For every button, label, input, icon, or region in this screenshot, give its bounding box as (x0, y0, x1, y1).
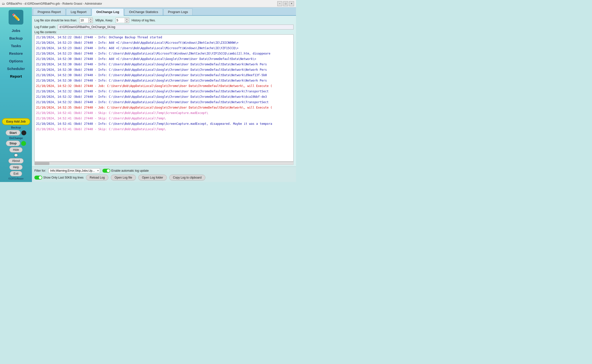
sidebar-bottom: Easy Add Job Backup Start OnChange Stop … (0, 118, 32, 182)
sidebar-item-options[interactable]: Options (0, 57, 32, 65)
log-line: 21/10/2024, 14:52:41 (Bob) 27440 - Skip:… (35, 126, 293, 132)
backup-label: Backup (11, 126, 21, 129)
title-bar-text: GRBackPro - d:\GRDown\GRBakPro.grb - Rob… (6, 2, 102, 5)
hide-button[interactable]: Hide (9, 147, 23, 153)
logo-icon: ✏️ (12, 13, 20, 21)
keep-arrows: ▲ ▼ (125, 18, 129, 23)
start-indicator (21, 130, 26, 135)
sidebar-item-jobs[interactable]: Jobs (0, 27, 32, 34)
history-label: History of log files. (132, 19, 156, 22)
keep-down[interactable]: ▼ (125, 20, 129, 23)
options-row: Log file size should be less than: ▲ ▼ M… (34, 18, 294, 23)
log-line: 21/10/2024, 14:52:23 (Bob) 27440 - Info:… (35, 40, 293, 45)
log-line: 21/10/2024, 14:52:41 (Bob) 27440 - Info:… (35, 121, 293, 126)
show-only-toggle[interactable] (34, 176, 42, 180)
stop-row: Stop (2, 140, 30, 146)
title-bar: 🗂 GRBackPro - d:\GRDown\GRBakPro.grb - R… (0, 0, 296, 7)
app-layout: ✏️ Jobs Backup Tasks Restore Options Sch… (0, 7, 296, 182)
enable-auto-toggle-row: Enable automatic log update (102, 169, 149, 173)
path-label: Log Folder path: (34, 25, 56, 29)
filter-select-wrapper[interactable]: Info;Warning;Error;Skip;Jobs;Up... (48, 168, 100, 173)
log-line: 21/10/2024, 14:52:32 (Bob) 27440 - Info:… (35, 94, 293, 99)
log-line: 21/10/2024, 14:52:30 (Bob) 27440 - Info:… (35, 78, 293, 83)
log-line: 21/10/2024, 14:52:41 (Bob) 27440 - Skip:… (35, 116, 293, 121)
main-content: Progress Report Log Report OnChange Log … (32, 7, 296, 182)
log-line: 21/10/2024, 14:52:30 (Bob) 27440 - Info:… (35, 62, 293, 67)
tab-program-logs[interactable]: Program Logs (163, 8, 193, 15)
open-log-folder-button[interactable]: Open Log folder (138, 175, 167, 181)
log-line: 21/10/2024, 14:52:32 (Bob) 27440 - Job: … (35, 83, 293, 89)
filter-select[interactable]: Info;Warning;Error;Skip;Jobs;Up... (48, 168, 100, 173)
stop-indicator (21, 141, 26, 146)
log-line: 21/10/2024, 14:52:30 (Bob) 27440 - Info:… (35, 56, 293, 62)
log-line: 21/10/2024, 14:52:32 (Bob) 27440 - Info:… (35, 99, 293, 105)
content-area: Log file size should be less than: ▲ ▼ M… (32, 16, 296, 167)
sidebar-item-restore[interactable]: Restore (0, 50, 32, 57)
easy-add-job-button[interactable]: Easy Add Job (2, 118, 30, 125)
tab-progress-report[interactable]: Progress Report (33, 8, 66, 15)
title-bar-controls: − □ × (277, 1, 294, 6)
title-bar-left: 🗂 GRBackPro - d:\GRDown\GRBakPro.grb - R… (2, 2, 102, 5)
file-size-up[interactable]: ▲ (89, 18, 93, 20)
minimize-button[interactable]: − (277, 1, 282, 6)
mbyte-label: MByte, Keep: (95, 19, 113, 22)
filter-label: Filter for: (34, 169, 46, 172)
log-line: 21/10/2024, 14:52:23 (Bob) 27440 - Info:… (35, 45, 293, 51)
start-row: Start (2, 130, 30, 136)
file-size-spinner[interactable]: ▲ ▼ (79, 18, 93, 23)
keep-spinner[interactable]: ▲ ▼ (116, 18, 129, 23)
path-row: Log Folder path: (34, 25, 294, 29)
keep-up[interactable]: ▲ (125, 18, 129, 20)
help-button[interactable]: Help (9, 165, 23, 170)
log-line: 21/10/2024, 14:52:35 (Bob) 27440 - Job: … (35, 105, 293, 110)
log-line: 21/10/2024, 14:52:22 (Bob) 27440 - Info:… (35, 35, 293, 40)
tab-log-report[interactable]: Log Report (66, 8, 91, 15)
bottom-row1: Filter for: Info;Warning;Error;Skip;Jobs… (34, 168, 294, 173)
grsoft-label: ©GRSoftware (8, 177, 24, 180)
tab-bar: Progress Report Log Report OnChange Log … (32, 7, 296, 16)
close-button[interactable]: × (289, 1, 294, 6)
copy-log-button[interactable]: Copy Log to clipboard (169, 175, 205, 181)
maximize-button[interactable]: □ (283, 1, 288, 6)
enable-auto-label: Enable automatic log update (111, 169, 149, 172)
chat-icon: 💬 (14, 154, 18, 157)
sidebar-logo: ✏️ (9, 10, 23, 25)
reload-log-button[interactable]: Reload Log (86, 175, 108, 181)
file-size-label: Log file size should be less than: (34, 19, 77, 22)
bottom-row2: Show Only Last 50KB log lines Reload Log… (34, 175, 294, 181)
onchange-label: OnChange (9, 137, 23, 140)
sidebar-item-tasks[interactable]: Tasks (0, 42, 32, 49)
tab-onchange-log[interactable]: OnChange Log (92, 8, 124, 16)
keep-input[interactable] (116, 18, 125, 23)
sidebar-item-backup[interactable]: Backup (0, 35, 32, 42)
log-area[interactable]: 21/10/2024, 14:52:22 (Bob) 27440 - Info:… (34, 34, 294, 162)
file-size-input[interactable] (80, 18, 88, 23)
about-button[interactable]: About (8, 158, 23, 164)
show-only-toggle-row: Show Only Last 50KB log lines (34, 176, 84, 180)
bottom-bar: Filter for: Info;Warning;Error;Skip;Jobs… (32, 167, 296, 182)
sidebar-item-scheduler[interactable]: Scheduler (0, 65, 32, 72)
path-input[interactable] (58, 25, 294, 29)
enable-auto-toggle[interactable] (102, 169, 110, 173)
app-icon: 🗂 (2, 2, 5, 5)
sidebar-item-report[interactable]: Report (0, 73, 32, 80)
log-line: 21/10/2024, 14:52:30 (Bob) 27440 - Info:… (35, 67, 293, 72)
sidebar: ✏️ Jobs Backup Tasks Restore Options Sch… (0, 7, 32, 182)
stop-button[interactable]: Stop (6, 140, 20, 146)
show-only-label: Show Only Last 50KB log lines (43, 176, 84, 179)
log-line: 21/10/2024, 14:52:32 (Bob) 27440 - Info:… (35, 89, 293, 94)
log-contents-label: Log file contents: (34, 30, 294, 34)
exit-button[interactable]: Exit (10, 171, 22, 176)
log-line: 21/10/2024, 14:52:41 (Bob) 27440 - Skip:… (35, 110, 293, 116)
horizontal-scrollbar[interactable] (34, 162, 294, 165)
file-size-arrows: ▲ ▼ (88, 18, 93, 23)
log-line: 21/10/2024, 14:52:30 (Bob) 27440 - Info:… (35, 72, 293, 78)
start-button[interactable]: Start (6, 130, 20, 136)
tab-onchange-statistics[interactable]: OnChange Statistics (124, 8, 163, 15)
open-log-file-button[interactable]: Open Log file (111, 175, 136, 181)
file-size-down[interactable]: ▼ (89, 20, 93, 23)
log-line: 21/10/2024, 14:52:23 (Bob) 27440 - Info:… (35, 51, 293, 56)
